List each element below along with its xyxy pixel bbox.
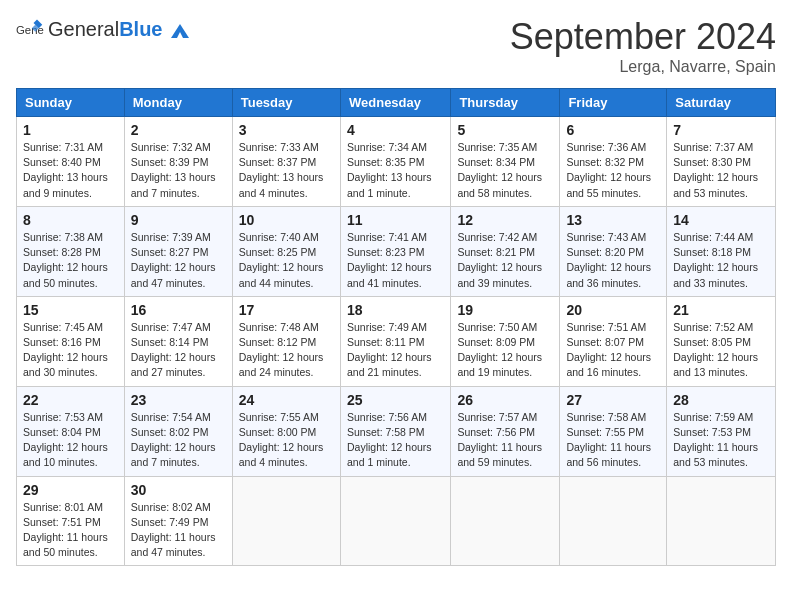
logo-icon: General: [16, 16, 44, 44]
calendar-cell: 10 Sunrise: 7:40 AM Sunset: 8:25 PM Dayl…: [232, 206, 340, 296]
day-info: Sunrise: 7:50 AM Sunset: 8:09 PM Dayligh…: [457, 320, 553, 381]
calendar-cell: 11 Sunrise: 7:41 AM Sunset: 8:23 PM Dayl…: [340, 206, 450, 296]
sunset-label: Sunset: 8:14 PM: [131, 336, 209, 348]
daylight-label: Daylight: 12 hours and 47 minutes.: [131, 261, 216, 288]
day-info: Sunrise: 8:02 AM Sunset: 7:49 PM Dayligh…: [131, 500, 226, 561]
title-block: September 2024 Lerga, Navarre, Spain: [510, 16, 776, 76]
daylight-label: Daylight: 12 hours and 1 minute.: [347, 441, 432, 468]
calendar-cell: 19 Sunrise: 7:50 AM Sunset: 8:09 PM Dayl…: [451, 296, 560, 386]
calendar-cell: 6 Sunrise: 7:36 AM Sunset: 8:32 PM Dayli…: [560, 117, 667, 207]
day-number: 5: [457, 122, 553, 138]
daylight-label: Daylight: 12 hours and 10 minutes.: [23, 441, 108, 468]
daylight-label: Daylight: 12 hours and 36 minutes.: [566, 261, 651, 288]
sunset-label: Sunset: 8:34 PM: [457, 156, 535, 168]
daylight-label: Daylight: 12 hours and 7 minutes.: [131, 441, 216, 468]
sunrise-label: Sunrise: 7:34 AM: [347, 141, 427, 153]
calendar-cell: 30 Sunrise: 8:02 AM Sunset: 7:49 PM Dayl…: [124, 476, 232, 566]
day-info: Sunrise: 7:33 AM Sunset: 8:37 PM Dayligh…: [239, 140, 334, 201]
day-number: 11: [347, 212, 444, 228]
sunrise-label: Sunrise: 7:31 AM: [23, 141, 103, 153]
sunset-label: Sunset: 8:00 PM: [239, 426, 317, 438]
day-number: 26: [457, 392, 553, 408]
calendar-week-row: 1 Sunrise: 7:31 AM Sunset: 8:40 PM Dayli…: [17, 117, 776, 207]
sunrise-label: Sunrise: 7:52 AM: [673, 321, 753, 333]
day-info: Sunrise: 7:58 AM Sunset: 7:55 PM Dayligh…: [566, 410, 660, 471]
day-info: Sunrise: 7:52 AM Sunset: 8:05 PM Dayligh…: [673, 320, 769, 381]
sunrise-label: Sunrise: 7:43 AM: [566, 231, 646, 243]
sunrise-label: Sunrise: 7:48 AM: [239, 321, 319, 333]
sunset-label: Sunset: 8:18 PM: [673, 246, 751, 258]
sunrise-label: Sunrise: 7:55 AM: [239, 411, 319, 423]
calendar-week-row: 15 Sunrise: 7:45 AM Sunset: 8:16 PM Dayl…: [17, 296, 776, 386]
sunrise-label: Sunrise: 7:35 AM: [457, 141, 537, 153]
day-info: Sunrise: 7:31 AM Sunset: 8:40 PM Dayligh…: [23, 140, 118, 201]
calendar-header-thursday: Thursday: [451, 89, 560, 117]
day-info: Sunrise: 7:49 AM Sunset: 8:11 PM Dayligh…: [347, 320, 444, 381]
daylight-label: Daylight: 11 hours and 56 minutes.: [566, 441, 651, 468]
calendar-table: SundayMondayTuesdayWednesdayThursdayFrid…: [16, 88, 776, 566]
day-number: 1: [23, 122, 118, 138]
sunset-label: Sunset: 8:04 PM: [23, 426, 101, 438]
sunrise-label: Sunrise: 7:42 AM: [457, 231, 537, 243]
calendar-cell: 1 Sunrise: 7:31 AM Sunset: 8:40 PM Dayli…: [17, 117, 125, 207]
calendar-header-sunday: Sunday: [17, 89, 125, 117]
sunrise-label: Sunrise: 7:40 AM: [239, 231, 319, 243]
sunset-label: Sunset: 8:16 PM: [23, 336, 101, 348]
sunset-label: Sunset: 8:12 PM: [239, 336, 317, 348]
sunrise-label: Sunrise: 7:41 AM: [347, 231, 427, 243]
sunrise-label: Sunrise: 7:54 AM: [131, 411, 211, 423]
sunrise-label: Sunrise: 7:44 AM: [673, 231, 753, 243]
day-info: Sunrise: 7:40 AM Sunset: 8:25 PM Dayligh…: [239, 230, 334, 291]
day-number: 10: [239, 212, 334, 228]
sunset-label: Sunset: 8:37 PM: [239, 156, 317, 168]
calendar-week-row: 8 Sunrise: 7:38 AM Sunset: 8:28 PM Dayli…: [17, 206, 776, 296]
calendar-header-tuesday: Tuesday: [232, 89, 340, 117]
sunrise-label: Sunrise: 7:38 AM: [23, 231, 103, 243]
calendar-cell: 17 Sunrise: 7:48 AM Sunset: 8:12 PM Dayl…: [232, 296, 340, 386]
day-info: Sunrise: 7:42 AM Sunset: 8:21 PM Dayligh…: [457, 230, 553, 291]
calendar-cell: 12 Sunrise: 7:42 AM Sunset: 8:21 PM Dayl…: [451, 206, 560, 296]
logo-general: General: [48, 18, 119, 40]
calendar-header-friday: Friday: [560, 89, 667, 117]
calendar-cell: 15 Sunrise: 7:45 AM Sunset: 8:16 PM Dayl…: [17, 296, 125, 386]
day-number: 16: [131, 302, 226, 318]
sunrise-label: Sunrise: 7:45 AM: [23, 321, 103, 333]
logo-text: GeneralBlue: [48, 18, 191, 43]
calendar-cell: 4 Sunrise: 7:34 AM Sunset: 8:35 PM Dayli…: [340, 117, 450, 207]
calendar-week-row: 22 Sunrise: 7:53 AM Sunset: 8:04 PM Dayl…: [17, 386, 776, 476]
day-number: 18: [347, 302, 444, 318]
sunset-label: Sunset: 7:49 PM: [131, 516, 209, 528]
calendar-header-row: SundayMondayTuesdayWednesdayThursdayFrid…: [17, 89, 776, 117]
day-number: 25: [347, 392, 444, 408]
page-header: General GeneralBlue September 2024 Lerga…: [16, 16, 776, 76]
sunrise-label: Sunrise: 7:32 AM: [131, 141, 211, 153]
daylight-label: Daylight: 13 hours and 7 minutes.: [131, 171, 216, 198]
daylight-label: Daylight: 12 hours and 16 minutes.: [566, 351, 651, 378]
sunrise-label: Sunrise: 8:01 AM: [23, 501, 103, 513]
daylight-label: Daylight: 12 hours and 44 minutes.: [239, 261, 324, 288]
sunrise-label: Sunrise: 7:59 AM: [673, 411, 753, 423]
calendar-cell: 28 Sunrise: 7:59 AM Sunset: 7:53 PM Dayl…: [667, 386, 776, 476]
day-info: Sunrise: 7:48 AM Sunset: 8:12 PM Dayligh…: [239, 320, 334, 381]
daylight-label: Daylight: 12 hours and 13 minutes.: [673, 351, 758, 378]
sunset-label: Sunset: 8:27 PM: [131, 246, 209, 258]
sunset-label: Sunset: 8:30 PM: [673, 156, 751, 168]
logo-triangle-icon: [169, 20, 191, 42]
day-info: Sunrise: 8:01 AM Sunset: 7:51 PM Dayligh…: [23, 500, 118, 561]
sunset-label: Sunset: 8:23 PM: [347, 246, 425, 258]
day-info: Sunrise: 7:55 AM Sunset: 8:00 PM Dayligh…: [239, 410, 334, 471]
day-number: 13: [566, 212, 660, 228]
daylight-label: Daylight: 12 hours and 30 minutes.: [23, 351, 108, 378]
sunrise-label: Sunrise: 7:39 AM: [131, 231, 211, 243]
calendar-cell: 18 Sunrise: 7:49 AM Sunset: 8:11 PM Dayl…: [340, 296, 450, 386]
day-info: Sunrise: 7:56 AM Sunset: 7:58 PM Dayligh…: [347, 410, 444, 471]
sunset-label: Sunset: 8:25 PM: [239, 246, 317, 258]
calendar-cell: 7 Sunrise: 7:37 AM Sunset: 8:30 PM Dayli…: [667, 117, 776, 207]
sunrise-label: Sunrise: 7:51 AM: [566, 321, 646, 333]
day-number: 19: [457, 302, 553, 318]
day-info: Sunrise: 7:32 AM Sunset: 8:39 PM Dayligh…: [131, 140, 226, 201]
calendar-cell: 27 Sunrise: 7:58 AM Sunset: 7:55 PM Dayl…: [560, 386, 667, 476]
daylight-label: Daylight: 11 hours and 50 minutes.: [23, 531, 108, 558]
daylight-label: Daylight: 13 hours and 1 minute.: [347, 171, 432, 198]
daylight-label: Daylight: 12 hours and 24 minutes.: [239, 351, 324, 378]
